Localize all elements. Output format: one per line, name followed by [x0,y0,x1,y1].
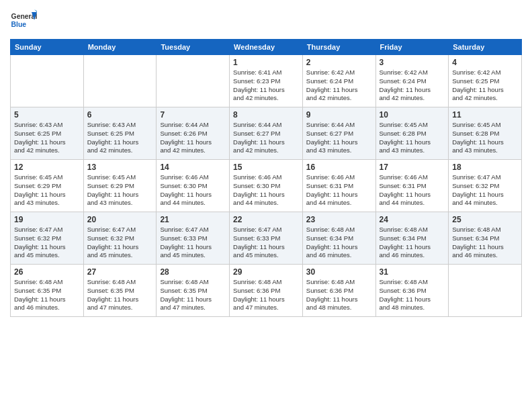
day-info-31: Sunrise: 6:48 AMSunset: 6:36 PMDaylight:… [380,278,445,312]
weekday-header-monday: Monday [83,40,157,55]
calendar-week-1: 1Sunrise: 6:41 AMSunset: 6:23 PMDaylight… [11,55,522,107]
calendar-day-31: 31Sunrise: 6:48 AMSunset: 6:36 PMDayligh… [375,265,449,317]
calendar-day-8: 8Sunrise: 6:44 AMSunset: 6:27 PMDaylight… [230,107,303,160]
day-info-16: Sunrise: 6:46 AMSunset: 6:31 PMDaylight:… [306,173,372,208]
day-number-25: 25 [452,215,518,224]
svg-text:Blue: Blue [11,21,27,28]
day-info-14: Sunrise: 6:46 AMSunset: 6:30 PMDaylight:… [160,173,226,208]
day-number-17: 17 [380,163,445,172]
calendar-table: SundayMondayTuesdayWednesdayThursdayFrid… [10,39,522,317]
calendar-week-5: 26Sunrise: 6:48 AMSunset: 6:35 PMDayligh… [11,265,522,317]
day-info-23: Sunrise: 6:48 AMSunset: 6:34 PMDaylight:… [306,226,372,260]
calendar-empty-cell [157,55,230,107]
calendar-week-2: 5Sunrise: 6:43 AMSunset: 6:25 PMDaylight… [11,107,522,160]
day-info-21: Sunrise: 6:47 AMSunset: 6:33 PMDaylight:… [160,226,226,260]
day-info-2: Sunrise: 6:42 AMSunset: 6:24 PMDaylight:… [306,68,372,103]
calendar-day-15: 15Sunrise: 6:46 AMSunset: 6:30 PMDayligh… [230,160,303,212]
day-info-30: Sunrise: 6:48 AMSunset: 6:36 PMDaylight:… [306,278,372,312]
weekday-header-sunday: Sunday [11,40,84,55]
day-info-22: Sunrise: 6:47 AMSunset: 6:33 PMDaylight:… [233,226,299,260]
day-number-13: 13 [87,163,153,172]
calendar-day-3: 3Sunrise: 6:42 AMSunset: 6:24 PMDaylight… [375,55,449,107]
calendar-day-20: 20Sunrise: 6:47 AMSunset: 6:32 PMDayligh… [83,212,157,265]
day-info-8: Sunrise: 6:44 AMSunset: 6:27 PMDaylight:… [233,121,299,155]
day-number-8: 8 [233,110,299,120]
day-number-16: 16 [306,163,372,172]
calendar-day-13: 13Sunrise: 6:45 AMSunset: 6:29 PMDayligh… [83,160,157,212]
day-info-17: Sunrise: 6:46 AMSunset: 6:31 PMDaylight:… [380,173,445,208]
weekday-header-thursday: Thursday [302,40,375,55]
calendar-empty-cell [11,55,84,107]
day-number-28: 28 [160,267,226,277]
day-number-21: 21 [160,215,226,224]
calendar-day-19: 19Sunrise: 6:47 AMSunset: 6:32 PMDayligh… [11,212,84,265]
calendar-day-14: 14Sunrise: 6:46 AMSunset: 6:30 PMDayligh… [157,160,230,212]
calendar-day-25: 25Sunrise: 6:48 AMSunset: 6:34 PMDayligh… [449,212,522,265]
day-info-7: Sunrise: 6:44 AMSunset: 6:26 PMDaylight:… [160,121,226,155]
calendar-day-22: 22Sunrise: 6:47 AMSunset: 6:33 PMDayligh… [230,212,303,265]
day-number-15: 15 [233,163,299,172]
day-number-5: 5 [14,110,80,120]
day-number-20: 20 [87,215,153,224]
day-info-29: Sunrise: 6:48 AMSunset: 6:36 PMDaylight:… [233,278,299,312]
calendar-day-4: 4Sunrise: 6:42 AMSunset: 6:25 PMDaylight… [449,55,522,107]
day-number-7: 7 [160,110,226,120]
calendar-day-11: 11Sunrise: 6:45 AMSunset: 6:28 PMDayligh… [449,107,522,160]
page: General Blue SundayMondayTuesdayWednesda… [0,0,532,411]
day-info-24: Sunrise: 6:48 AMSunset: 6:34 PMDaylight:… [380,226,445,260]
day-info-3: Sunrise: 6:42 AMSunset: 6:24 PMDaylight:… [380,68,445,103]
weekday-header-friday: Friday [375,40,449,55]
calendar-week-4: 19Sunrise: 6:47 AMSunset: 6:32 PMDayligh… [11,212,522,265]
day-info-18: Sunrise: 6:47 AMSunset: 6:32 PMDaylight:… [452,173,518,208]
day-info-15: Sunrise: 6:46 AMSunset: 6:30 PMDaylight:… [233,173,299,208]
day-number-29: 29 [233,267,299,277]
calendar-day-26: 26Sunrise: 6:48 AMSunset: 6:35 PMDayligh… [11,265,84,317]
calendar-day-29: 29Sunrise: 6:48 AMSunset: 6:36 PMDayligh… [230,265,303,317]
calendar-empty-cell [449,265,522,317]
day-number-1: 1 [233,58,299,67]
day-info-1: Sunrise: 6:41 AMSunset: 6:23 PMDaylight:… [233,68,299,103]
day-info-10: Sunrise: 6:45 AMSunset: 6:28 PMDaylight:… [380,121,445,155]
logo: General Blue [10,7,40,34]
day-info-4: Sunrise: 6:42 AMSunset: 6:25 PMDaylight:… [452,68,518,103]
calendar-day-24: 24Sunrise: 6:48 AMSunset: 6:34 PMDayligh… [375,212,449,265]
day-info-6: Sunrise: 6:43 AMSunset: 6:25 PMDaylight:… [87,121,153,155]
day-number-23: 23 [306,215,372,224]
day-info-26: Sunrise: 6:48 AMSunset: 6:35 PMDaylight:… [14,278,80,312]
calendar-day-16: 16Sunrise: 6:46 AMSunset: 6:31 PMDayligh… [302,160,375,212]
calendar-day-21: 21Sunrise: 6:47 AMSunset: 6:33 PMDayligh… [157,212,230,265]
day-info-27: Sunrise: 6:48 AMSunset: 6:35 PMDaylight:… [87,278,153,312]
header: General Blue [10,7,522,34]
day-number-11: 11 [452,110,518,120]
calendar-empty-cell [83,55,157,107]
day-info-5: Sunrise: 6:43 AMSunset: 6:25 PMDaylight:… [14,121,80,155]
day-info-19: Sunrise: 6:47 AMSunset: 6:32 PMDaylight:… [14,226,80,260]
calendar-day-1: 1Sunrise: 6:41 AMSunset: 6:23 PMDaylight… [230,55,303,107]
calendar-day-23: 23Sunrise: 6:48 AMSunset: 6:34 PMDayligh… [302,212,375,265]
calendar-day-12: 12Sunrise: 6:45 AMSunset: 6:29 PMDayligh… [11,160,84,212]
calendar-day-17: 17Sunrise: 6:46 AMSunset: 6:31 PMDayligh… [375,160,449,212]
calendar-day-27: 27Sunrise: 6:48 AMSunset: 6:35 PMDayligh… [83,265,157,317]
day-number-4: 4 [452,58,518,67]
calendar-day-30: 30Sunrise: 6:48 AMSunset: 6:36 PMDayligh… [302,265,375,317]
calendar-day-18: 18Sunrise: 6:47 AMSunset: 6:32 PMDayligh… [449,160,522,212]
weekday-header-tuesday: Tuesday [157,40,230,55]
calendar-day-6: 6Sunrise: 6:43 AMSunset: 6:25 PMDaylight… [83,107,157,160]
calendar-day-2: 2Sunrise: 6:42 AMSunset: 6:24 PMDaylight… [302,55,375,107]
calendar-day-10: 10Sunrise: 6:45 AMSunset: 6:28 PMDayligh… [375,107,449,160]
day-number-14: 14 [160,163,226,172]
day-number-6: 6 [87,110,153,120]
day-info-9: Sunrise: 6:44 AMSunset: 6:27 PMDaylight:… [306,121,372,155]
calendar-day-7: 7Sunrise: 6:44 AMSunset: 6:26 PMDaylight… [157,107,230,160]
day-info-28: Sunrise: 6:48 AMSunset: 6:35 PMDaylight:… [160,278,226,312]
day-info-12: Sunrise: 6:45 AMSunset: 6:29 PMDaylight:… [14,173,80,208]
day-info-20: Sunrise: 6:47 AMSunset: 6:32 PMDaylight:… [87,226,153,260]
calendar-week-3: 12Sunrise: 6:45 AMSunset: 6:29 PMDayligh… [11,160,522,212]
calendar-day-28: 28Sunrise: 6:48 AMSunset: 6:35 PMDayligh… [157,265,230,317]
logo-icon: General Blue [10,7,37,34]
day-number-3: 3 [380,58,445,67]
day-info-11: Sunrise: 6:45 AMSunset: 6:28 PMDaylight:… [452,121,518,155]
day-info-25: Sunrise: 6:48 AMSunset: 6:34 PMDaylight:… [452,226,518,260]
day-number-2: 2 [306,58,372,67]
day-number-18: 18 [452,163,518,172]
